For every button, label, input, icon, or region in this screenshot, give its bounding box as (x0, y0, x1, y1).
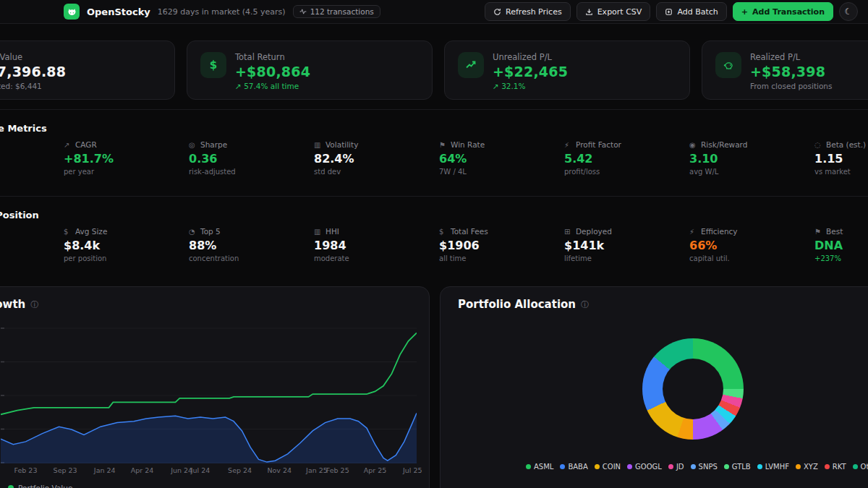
legend-dot (526, 464, 531, 469)
card-label: Realized P/L (750, 52, 832, 62)
total-return-card: $ Total Return +$80,864 ↗ 57.4% all time (187, 40, 433, 100)
moon-icon: ☾ (845, 7, 853, 17)
divider (0, 196, 868, 197)
metric-profit-factor: ⚡Profit Factor 5.42 profit/loss (564, 140, 689, 176)
legend-item: XYZ (796, 463, 818, 471)
legend-dot (796, 464, 801, 469)
export-csv-button[interactable]: Export CSV (576, 2, 651, 21)
dollar-icon: $ (200, 52, 226, 78)
legend-dot (724, 464, 729, 469)
portfolio-allocation-panel: Portfolio Allocation ⓘ ASMLBABACOINGOOGL… (440, 286, 868, 488)
legend-dot (757, 464, 762, 469)
flag-icon: ⚑ (814, 228, 822, 236)
x-axis-label: Jul 24 (191, 466, 210, 474)
legend-dot (691, 464, 696, 469)
card-sub: Invested: $6,441 (0, 82, 66, 90)
target-icon: ◉ (689, 141, 697, 149)
legend-label: Other (861, 463, 868, 471)
app-title: OpenStocky (87, 7, 150, 17)
lightning-icon: ⚡ (689, 228, 697, 236)
info-icon[interactable]: ⓘ (30, 299, 38, 310)
x-axis-label: Jan 24 (94, 466, 116, 474)
circle-icon: ◌ (814, 141, 822, 149)
legend-label: SNPS (699, 463, 718, 471)
legend-label: COIN (603, 463, 621, 471)
legend-item: JD (668, 463, 684, 471)
activity-icon (299, 8, 307, 15)
x-axis-label: Sep 24 (228, 466, 252, 474)
metrics-row: ↗CAGR +81.7% per year ◎Sharpe 0.36 risk-… (64, 140, 868, 176)
batch-plus-icon (665, 8, 673, 16)
card-value: +$80,864 (235, 64, 310, 80)
growth-chart (1, 328, 417, 463)
bars-icon: ▥ (314, 141, 322, 149)
top-bar-actions: Refresh Prices Export CSV Add Batch + Ad… (485, 2, 858, 21)
total-value-card: $ Total Value $87,396.88 Invested: $6,44… (0, 40, 175, 100)
grid-icon: ⊞ (564, 228, 572, 236)
trophy-icon: ⚑ (439, 141, 447, 149)
growth-x-axis: Feb 23Sep 23Jan 24Apr 24Jun 24Jul 24Sep … (1, 466, 417, 475)
app-logo-icon (64, 4, 80, 20)
card-value: $87,396.88 (0, 64, 66, 80)
x-axis-label: Feb 25 (326, 466, 349, 474)
legend-dot (560, 464, 565, 469)
legend-label: GTLB (732, 463, 751, 471)
piggy-bank-icon (715, 52, 741, 78)
stat-cards-row: $ Total Value $87,396.88 Invested: $6,44… (0, 40, 868, 100)
dollar-icon: $ (439, 228, 447, 236)
position-row: $Avg Size $8.4k per position ◔Top 5 88% … (64, 227, 868, 262)
legend-item: Other (853, 463, 868, 471)
card-label: Unrealized P/L (493, 52, 568, 62)
allocation-legend: ASMLBABACOINGOOGLJDSNPSGTLBLVMHFXYZRKTOt… (526, 463, 868, 471)
theme-toggle-button[interactable]: ☾ (839, 2, 858, 21)
refresh-prices-button[interactable]: Refresh Prices (485, 2, 571, 21)
lightning-icon: ⚡ (564, 141, 572, 149)
metric-volatility: ▥Volatility 82.4% std dev (314, 140, 439, 176)
metric-total-fees: $Total Fees $1906 all time (439, 227, 564, 262)
x-axis-label: Jun 24 (171, 466, 192, 474)
metric-avg-size: $Avg Size $8.4k per position (64, 227, 189, 262)
plus-icon: + (741, 7, 748, 17)
add-transaction-button[interactable]: + Add Transaction (733, 2, 833, 21)
x-axis-label: Nov 24 (267, 466, 292, 474)
pie-icon: ◔ (189, 228, 197, 236)
realized-pl-card: Realized P/L +$58,398 From closed positi… (702, 40, 868, 100)
legend-label: ASML (534, 463, 553, 471)
legend-item: ASML (526, 463, 553, 471)
legend-dot (627, 464, 632, 469)
metric-sharpe: ◎Sharpe 0.36 risk-adjusted (189, 140, 314, 176)
x-axis-label: Feb 23 (14, 466, 38, 474)
refresh-icon (493, 8, 501, 16)
position-section-title: Per Position (0, 210, 39, 221)
x-axis-label: Jul 25 (403, 466, 422, 474)
portfolio-growth-panel: Portfolio Growth ⓘ Feb 23Sep 23Jan 24Apr… (0, 286, 430, 488)
legend-item: LVMHF (757, 463, 789, 471)
legend-label: RKT (833, 463, 846, 471)
metric-deployed: ⊞Deployed $141k lifetime (564, 227, 689, 262)
card-value: +$58,398 (750, 64, 832, 80)
metric-win-rate: ⚑Win Rate 64% 7W / 4L (439, 140, 564, 176)
legend-item: RKT (825, 463, 846, 471)
divider (0, 109, 868, 110)
growth-panel-title: Portfolio Growth ⓘ (0, 298, 38, 311)
legend-dot (595, 464, 600, 469)
gauge-icon: ◎ (189, 141, 197, 149)
metrics-section-title: Performance Metrics (0, 123, 47, 134)
top-bar: OpenStocky 1629 days in market (4.5 year… (0, 0, 868, 24)
legend-label: GOOGL (635, 463, 662, 471)
trend-up-icon (458, 52, 484, 78)
legend-dot (825, 464, 830, 469)
unrealized-pl-card: Unrealized P/L +$22,465 ↗ 32.1% (444, 40, 690, 100)
x-axis-label: Sep 23 (54, 466, 77, 474)
metric-top5: ◔Top 5 88% concentration (189, 227, 314, 262)
download-icon (585, 8, 593, 16)
card-sub: ↗ 32.1% (493, 82, 568, 90)
card-label: Total Return (235, 52, 310, 62)
bars-icon: ▥ (314, 228, 322, 236)
legend-label: JD (676, 463, 684, 471)
legend-item: GTLB (724, 463, 751, 471)
info-icon[interactable]: ⓘ (581, 299, 589, 310)
add-batch-button[interactable]: Add Batch (656, 2, 726, 21)
legend-item: BABA (560, 463, 587, 471)
legend-dot (668, 464, 673, 469)
